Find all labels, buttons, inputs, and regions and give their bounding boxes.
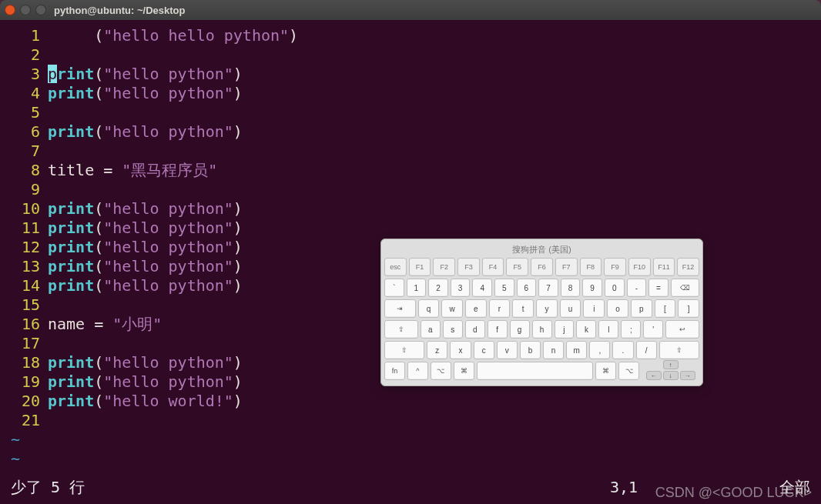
line-content[interactable] bbox=[48, 103, 821, 122]
osk-key[interactable]: esc bbox=[384, 258, 407, 276]
osk-key[interactable]: w bbox=[441, 299, 463, 318]
osk-key[interactable]: fn bbox=[384, 362, 405, 380]
line-content[interactable]: print("hello python") bbox=[48, 84, 821, 103]
osk-key[interactable]: r bbox=[489, 299, 511, 318]
line-content[interactable]: title = "黑马程序员" bbox=[48, 161, 821, 180]
osk-key[interactable]: F1 bbox=[409, 258, 431, 276]
osk-key[interactable]: ⇧ bbox=[384, 341, 424, 359]
window-maximize-button[interactable] bbox=[35, 5, 46, 15]
osk-key[interactable]: ↩ bbox=[665, 320, 699, 339]
osk-key[interactable]: F4 bbox=[482, 258, 504, 276]
osk-key[interactable]: 6 bbox=[517, 279, 537, 297]
osk-key[interactable]: F10 bbox=[628, 258, 651, 276]
line-content[interactable] bbox=[48, 180, 821, 199]
code-line[interactable]: 10print("hello python") bbox=[0, 199, 821, 219]
osk-key-up[interactable]: ↑ bbox=[663, 360, 679, 369]
osk-key[interactable]: 2 bbox=[428, 279, 448, 297]
line-content[interactable] bbox=[48, 411, 821, 430]
code-line[interactable]: 20print("hello world!") bbox=[0, 392, 821, 411]
osk-key[interactable]: v bbox=[497, 341, 518, 359]
osk-key-left[interactable]: ← bbox=[646, 371, 662, 380]
osk-key[interactable]: ⌘ bbox=[595, 362, 616, 380]
line-content[interactable]: print("hello world!") bbox=[48, 392, 821, 411]
osk-key[interactable]: i bbox=[583, 299, 605, 318]
osk-key[interactable]: e bbox=[465, 299, 487, 318]
osk-key[interactable]: n bbox=[543, 341, 564, 359]
code-line[interactable]: 21 bbox=[0, 411, 821, 430]
osk-key[interactable]: z bbox=[427, 341, 447, 359]
osk-key[interactable]: F2 bbox=[433, 258, 455, 276]
osk-key[interactable]: ' bbox=[643, 320, 663, 339]
osk-key[interactable]: ⌥ bbox=[618, 362, 639, 380]
osk-key[interactable]: 8 bbox=[561, 279, 581, 297]
code-line[interactable]: 8title = "黑马程序员" bbox=[0, 161, 821, 180]
osk-key[interactable]: F5 bbox=[506, 258, 528, 276]
osk-key[interactable]: F12 bbox=[677, 258, 699, 276]
osk-key[interactable]: ⇧ bbox=[659, 341, 699, 359]
osk-key[interactable]: b bbox=[520, 341, 541, 359]
osk-key[interactable]: ] bbox=[678, 299, 699, 318]
osk-key[interactable]: d bbox=[465, 320, 485, 339]
code-line[interactable]: 3print("hello python") bbox=[0, 65, 821, 84]
code-line[interactable]: 7 bbox=[0, 142, 821, 161]
osk-key[interactable]: ⇥ bbox=[384, 299, 416, 318]
osk-key[interactable]: h bbox=[532, 320, 552, 339]
osk-key[interactable]: ⌥ bbox=[431, 362, 451, 380]
code-line[interactable]: 9 bbox=[0, 180, 821, 199]
osk-key[interactable]: - bbox=[627, 279, 647, 297]
window-close-button[interactable] bbox=[5, 5, 15, 15]
osk-key[interactable]: g bbox=[510, 320, 530, 339]
osk-key-right[interactable]: → bbox=[680, 371, 695, 380]
osk-arrow-cluster[interactable]: ↑←↓→ bbox=[642, 362, 699, 379]
code-line[interactable]: 1 ("hello hello python") bbox=[0, 26, 821, 45]
onscreen-keyboard[interactable]: 搜狗拼音 (美国) escF1F2F3F4F5F6F7F8F9F10F11F12… bbox=[380, 239, 703, 386]
window-minimize-button[interactable] bbox=[20, 5, 31, 15]
osk-key[interactable]: t bbox=[512, 299, 534, 318]
osk-key[interactable]: / bbox=[636, 341, 657, 359]
osk-key[interactable] bbox=[477, 362, 594, 380]
osk-key[interactable]: 7 bbox=[538, 279, 558, 297]
osk-key-down[interactable]: ↓ bbox=[663, 371, 679, 380]
osk-key[interactable]: k bbox=[576, 320, 596, 339]
osk-key[interactable]: ; bbox=[621, 320, 641, 339]
osk-key[interactable]: 9 bbox=[582, 279, 602, 297]
code-line[interactable]: 6print("hello python") bbox=[0, 122, 821, 142]
osk-key[interactable]: F9 bbox=[604, 258, 626, 276]
osk-key[interactable]: F8 bbox=[580, 258, 602, 276]
code-line[interactable]: 11print("hello python") bbox=[0, 219, 821, 238]
line-content[interactable] bbox=[48, 45, 821, 65]
osk-key[interactable]: [ bbox=[655, 299, 676, 318]
osk-key[interactable]: ⌫ bbox=[671, 279, 699, 297]
osk-key[interactable]: j bbox=[555, 320, 575, 339]
osk-key[interactable]: c bbox=[474, 341, 494, 359]
osk-key[interactable]: F7 bbox=[555, 258, 578, 276]
osk-key[interactable]: F6 bbox=[531, 258, 553, 276]
osk-key[interactable]: . bbox=[612, 341, 633, 359]
code-line[interactable]: 2 bbox=[0, 45, 821, 65]
osk-key[interactable]: F11 bbox=[653, 258, 675, 276]
osk-key[interactable]: p bbox=[631, 299, 652, 318]
osk-key[interactable]: 4 bbox=[472, 279, 492, 297]
line-content[interactable]: print("hello python") bbox=[48, 65, 821, 84]
osk-key[interactable]: q bbox=[418, 299, 440, 318]
osk-key[interactable]: y bbox=[536, 299, 558, 318]
line-content[interactable]: ("hello hello python") bbox=[48, 26, 821, 45]
osk-key[interactable]: F3 bbox=[457, 258, 480, 276]
osk-key[interactable]: l bbox=[598, 320, 618, 339]
osk-key[interactable]: ` bbox=[384, 279, 404, 297]
osk-key[interactable]: x bbox=[450, 341, 471, 359]
code-line[interactable]: 5 bbox=[0, 103, 821, 122]
osk-key[interactable]: 5 bbox=[494, 279, 514, 297]
osk-key[interactable]: 0 bbox=[605, 279, 625, 297]
code-line[interactable]: 4print("hello python") bbox=[0, 84, 821, 103]
osk-key[interactable]: m bbox=[566, 341, 587, 359]
line-content[interactable]: print("hello python") bbox=[48, 122, 821, 142]
osk-key[interactable]: ⇪ bbox=[384, 320, 418, 339]
osk-key[interactable]: ^ bbox=[407, 362, 428, 380]
osk-key[interactable]: 3 bbox=[451, 279, 471, 297]
osk-key[interactable]: a bbox=[421, 320, 441, 339]
line-content[interactable]: print("hello python") bbox=[48, 199, 821, 219]
osk-key[interactable]: , bbox=[589, 341, 610, 359]
osk-key[interactable]: f bbox=[488, 320, 508, 339]
osk-key[interactable]: o bbox=[607, 299, 628, 318]
